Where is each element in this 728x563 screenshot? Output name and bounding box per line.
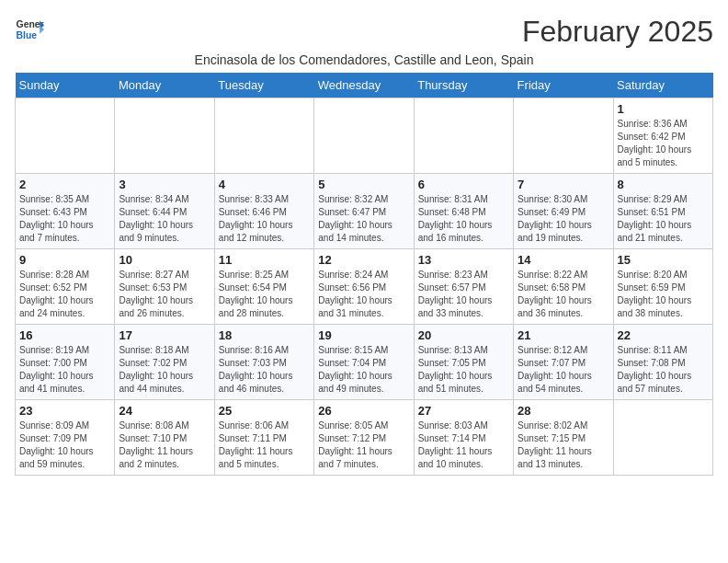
month-title: February 2025 — [522, 15, 713, 49]
day-number: 22 — [618, 328, 709, 342]
day-number: 21 — [518, 328, 609, 342]
day-number: 1 — [618, 102, 709, 116]
weekday-header-wednesday: Wednesday — [314, 73, 414, 98]
weekday-header-row: SundayMondayTuesdayWednesdayThursdayFrid… — [16, 73, 713, 98]
day-cell: 17Sunrise: 8:18 AM Sunset: 7:02 PM Dayli… — [115, 325, 214, 400]
day-info: Sunrise: 8:05 AM Sunset: 7:12 PM Dayligh… — [318, 419, 409, 471]
day-cell: 20Sunrise: 8:13 AM Sunset: 7:05 PM Dayli… — [414, 325, 513, 400]
day-cell: 2Sunrise: 8:35 AM Sunset: 6:43 PM Daylig… — [16, 174, 115, 249]
day-info: Sunrise: 8:09 AM Sunset: 7:09 PM Dayligh… — [19, 419, 110, 471]
day-cell: 16Sunrise: 8:19 AM Sunset: 7:00 PM Dayli… — [16, 325, 115, 400]
day-cell: 5Sunrise: 8:32 AM Sunset: 6:47 PM Daylig… — [314, 174, 414, 249]
day-cell: 25Sunrise: 8:06 AM Sunset: 7:11 PM Dayli… — [214, 400, 313, 476]
day-number: 4 — [219, 178, 310, 191]
day-number: 19 — [318, 328, 409, 342]
weekday-header-tuesday: Tuesday — [214, 73, 313, 98]
day-cell: 23Sunrise: 8:09 AM Sunset: 7:09 PM Dayli… — [16, 400, 115, 476]
day-cell — [613, 400, 712, 476]
svg-text:Blue: Blue — [17, 30, 38, 40]
day-info: Sunrise: 8:33 AM Sunset: 6:46 PM Dayligh… — [219, 193, 310, 245]
day-info: Sunrise: 8:30 AM Sunset: 6:49 PM Dayligh… — [518, 193, 609, 245]
day-info: Sunrise: 8:24 AM Sunset: 6:56 PM Dayligh… — [318, 269, 409, 320]
day-number: 11 — [219, 253, 310, 267]
day-info: Sunrise: 8:35 AM Sunset: 6:43 PM Dayligh… — [19, 193, 110, 245]
day-cell: 10Sunrise: 8:27 AM Sunset: 6:53 PM Dayli… — [115, 249, 214, 325]
day-number: 18 — [219, 328, 310, 342]
day-cell: 1Sunrise: 8:36 AM Sunset: 6:42 PM Daylig… — [613, 98, 712, 174]
day-cell: 22Sunrise: 8:11 AM Sunset: 7:08 PM Dayli… — [613, 325, 712, 400]
day-info: Sunrise: 8:06 AM Sunset: 7:11 PM Dayligh… — [219, 419, 310, 471]
day-cell — [514, 98, 613, 174]
logo: General Blue — [15, 15, 44, 44]
week-row-5: 23Sunrise: 8:09 AM Sunset: 7:09 PM Dayli… — [16, 400, 713, 476]
day-cell: 13Sunrise: 8:23 AM Sunset: 6:57 PM Dayli… — [414, 249, 513, 325]
day-cell: 6Sunrise: 8:31 AM Sunset: 6:48 PM Daylig… — [414, 174, 513, 249]
day-info: Sunrise: 8:25 AM Sunset: 6:54 PM Dayligh… — [219, 269, 310, 320]
weekday-header-monday: Monday — [115, 73, 214, 98]
day-cell: 27Sunrise: 8:03 AM Sunset: 7:14 PM Dayli… — [414, 400, 513, 476]
day-number: 7 — [518, 178, 609, 191]
weekday-header-friday: Friday — [514, 73, 613, 98]
day-number: 8 — [618, 178, 709, 191]
day-cell: 3Sunrise: 8:34 AM Sunset: 6:44 PM Daylig… — [115, 174, 214, 249]
day-info: Sunrise: 8:13 AM Sunset: 7:05 PM Dayligh… — [418, 344, 509, 396]
day-number: 25 — [219, 404, 310, 418]
day-number: 24 — [119, 404, 210, 418]
weekday-header-thursday: Thursday — [414, 73, 513, 98]
day-number: 6 — [418, 178, 509, 191]
day-number: 13 — [418, 253, 509, 267]
day-number: 28 — [518, 404, 609, 418]
week-row-1: 1Sunrise: 8:36 AM Sunset: 6:42 PM Daylig… — [16, 98, 713, 174]
day-info: Sunrise: 8:28 AM Sunset: 6:52 PM Dayligh… — [19, 269, 110, 320]
day-info: Sunrise: 8:15 AM Sunset: 7:04 PM Dayligh… — [318, 344, 409, 396]
weekday-header-saturday: Saturday — [613, 73, 712, 98]
day-cell: 28Sunrise: 8:02 AM Sunset: 7:15 PM Dayli… — [514, 400, 613, 476]
day-info: Sunrise: 8:20 AM Sunset: 6:59 PM Dayligh… — [618, 269, 709, 320]
day-info: Sunrise: 8:16 AM Sunset: 7:03 PM Dayligh… — [219, 344, 310, 396]
day-number: 9 — [19, 253, 110, 267]
day-info: Sunrise: 8:18 AM Sunset: 7:02 PM Dayligh… — [119, 344, 210, 396]
day-info: Sunrise: 8:36 AM Sunset: 6:42 PM Dayligh… — [618, 118, 709, 169]
day-info: Sunrise: 8:12 AM Sunset: 7:07 PM Dayligh… — [518, 344, 609, 396]
day-number: 16 — [19, 328, 110, 342]
week-row-2: 2Sunrise: 8:35 AM Sunset: 6:43 PM Daylig… — [16, 174, 713, 249]
day-cell: 18Sunrise: 8:16 AM Sunset: 7:03 PM Dayli… — [214, 325, 313, 400]
day-cell — [314, 98, 414, 174]
day-cell: 19Sunrise: 8:15 AM Sunset: 7:04 PM Dayli… — [314, 325, 414, 400]
day-number: 20 — [418, 328, 509, 342]
day-info: Sunrise: 8:34 AM Sunset: 6:44 PM Dayligh… — [119, 193, 210, 245]
day-info: Sunrise: 8:22 AM Sunset: 6:58 PM Dayligh… — [518, 269, 609, 320]
day-info: Sunrise: 8:11 AM Sunset: 7:08 PM Dayligh… — [618, 344, 709, 396]
week-row-4: 16Sunrise: 8:19 AM Sunset: 7:00 PM Dayli… — [16, 325, 713, 400]
logo-icon: General Blue — [15, 15, 44, 44]
day-cell: 21Sunrise: 8:12 AM Sunset: 7:07 PM Dayli… — [514, 325, 613, 400]
day-info: Sunrise: 8:03 AM Sunset: 7:14 PM Dayligh… — [418, 419, 509, 471]
day-cell: 14Sunrise: 8:22 AM Sunset: 6:58 PM Dayli… — [514, 249, 613, 325]
day-cell: 4Sunrise: 8:33 AM Sunset: 6:46 PM Daylig… — [214, 174, 313, 249]
day-cell — [115, 98, 214, 174]
day-info: Sunrise: 8:29 AM Sunset: 6:51 PM Dayligh… — [618, 193, 709, 245]
day-number: 12 — [318, 253, 409, 267]
day-cell: 9Sunrise: 8:28 AM Sunset: 6:52 PM Daylig… — [16, 249, 115, 325]
day-cell: 12Sunrise: 8:24 AM Sunset: 6:56 PM Dayli… — [314, 249, 414, 325]
day-info: Sunrise: 8:32 AM Sunset: 6:47 PM Dayligh… — [318, 193, 409, 245]
day-cell: 8Sunrise: 8:29 AM Sunset: 6:51 PM Daylig… — [613, 174, 712, 249]
day-info: Sunrise: 8:08 AM Sunset: 7:10 PM Dayligh… — [119, 419, 210, 471]
calendar-table: SundayMondayTuesdayWednesdayThursdayFrid… — [15, 73, 713, 476]
day-number: 5 — [318, 178, 409, 191]
day-info: Sunrise: 8:27 AM Sunset: 6:53 PM Dayligh… — [119, 269, 210, 320]
weekday-header-sunday: Sunday — [16, 73, 115, 98]
subtitle: Encinasola de los Comendadores, Castille… — [15, 52, 713, 67]
title-area: February 2025 — [522, 15, 713, 49]
day-cell — [16, 98, 115, 174]
day-number: 3 — [119, 178, 210, 191]
day-info: Sunrise: 8:02 AM Sunset: 7:15 PM Dayligh… — [518, 419, 609, 471]
day-number: 23 — [19, 404, 110, 418]
day-number: 17 — [119, 328, 210, 342]
day-cell: 26Sunrise: 8:05 AM Sunset: 7:12 PM Dayli… — [314, 400, 414, 476]
day-cell — [214, 98, 313, 174]
day-cell: 11Sunrise: 8:25 AM Sunset: 6:54 PM Dayli… — [214, 249, 313, 325]
week-row-3: 9Sunrise: 8:28 AM Sunset: 6:52 PM Daylig… — [16, 249, 713, 325]
header: General Blue February 2025 — [15, 15, 713, 49]
day-number: 14 — [518, 253, 609, 267]
